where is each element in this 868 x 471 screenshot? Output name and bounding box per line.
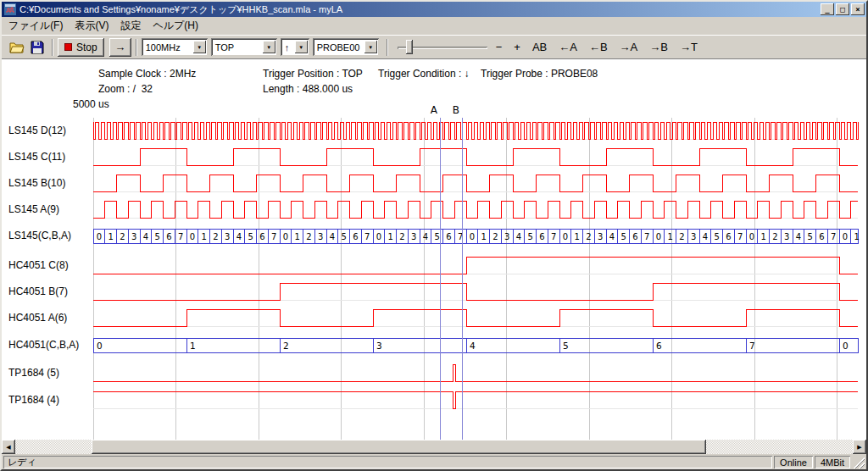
run-button[interactable]: → xyxy=(109,38,131,57)
channel-label-10[interactable]: TP1684 (4) xyxy=(8,393,59,407)
svg-text:2: 2 xyxy=(283,341,289,351)
svg-text:4: 4 xyxy=(423,232,428,241)
jump-left-b-button[interactable]: ←B xyxy=(586,39,611,55)
svg-text:1: 1 xyxy=(854,232,859,241)
toolbar-separator xyxy=(387,39,388,56)
svg-text:1: 1 xyxy=(481,232,486,241)
svg-text:2: 2 xyxy=(586,232,591,241)
titlebar[interactable]: C:¥Documents and Settings¥noname¥デスクトップ¥… xyxy=(2,2,866,17)
floppy-disk-icon xyxy=(31,41,44,54)
waveform-display[interactable]: 0123456701234567012345670123456701234567… xyxy=(2,59,866,440)
horizontal-scrollbar[interactable]: ◀ ▶ xyxy=(2,440,866,454)
trigger-edge-value: ↑ xyxy=(282,42,295,53)
svg-text:5: 5 xyxy=(527,232,532,241)
stop-label: Stop xyxy=(76,42,97,53)
svg-text:4: 4 xyxy=(609,232,615,241)
jump-right-b-button[interactable]: →B xyxy=(646,39,671,55)
marker-ab-button[interactable]: AB xyxy=(529,39,550,55)
channel-label-0[interactable]: LS145 D(12) xyxy=(8,124,66,137)
svg-text:7: 7 xyxy=(749,341,755,351)
svg-text:1: 1 xyxy=(387,232,392,241)
zoom-out-button[interactable]: − xyxy=(492,39,506,55)
channel-label-9[interactable]: TP1684 (5) xyxy=(8,366,59,380)
sample-rate-combo[interactable]: 100MHz ▼ xyxy=(142,38,208,56)
chevron-down-icon[interactable]: ▼ xyxy=(364,41,377,53)
waveform-channel-9 xyxy=(93,364,858,381)
trigger-edge-combo[interactable]: ↑ ▼ xyxy=(281,38,309,56)
svg-text:6: 6 xyxy=(166,232,171,241)
svg-text:7: 7 xyxy=(737,232,743,241)
svg-text:6: 6 xyxy=(539,232,544,241)
trigger-position-combo[interactable]: TOP ▼ xyxy=(211,38,277,56)
trigger-probe-combo[interactable]: PROBE00 ▼ xyxy=(313,38,379,56)
svg-text:5: 5 xyxy=(620,232,626,241)
svg-text:3: 3 xyxy=(318,232,323,241)
channel-label-6[interactable]: HC4051 B(7) xyxy=(8,285,68,298)
svg-text:4: 4 xyxy=(236,232,242,241)
svg-text:2: 2 xyxy=(679,232,684,241)
waveform-channel-8: 012345670 xyxy=(93,338,858,352)
status-message: レディ xyxy=(3,456,772,468)
menu-item-view[interactable]: 表示(V) xyxy=(69,17,114,35)
waveform-channel-0 xyxy=(93,122,858,139)
waveform-channel-10 xyxy=(93,391,858,408)
channel-label-3[interactable]: LS145 A(9) xyxy=(8,202,59,216)
open-folder-icon xyxy=(9,41,25,54)
svg-text:3: 3 xyxy=(784,232,789,241)
svg-text:6: 6 xyxy=(446,232,451,241)
scrollbar-track[interactable] xyxy=(15,440,853,454)
svg-text:2: 2 xyxy=(306,232,311,241)
chevron-down-icon[interactable]: ▼ xyxy=(263,41,275,53)
svg-text:B: B xyxy=(453,104,459,116)
channel-label-4[interactable]: LS145(C,B,A) xyxy=(8,229,71,242)
svg-text:7: 7 xyxy=(644,232,649,241)
svg-text:3: 3 xyxy=(504,232,509,241)
toolbar-separator xyxy=(136,39,137,56)
jump-right-a-button[interactable]: →A xyxy=(616,39,642,55)
save-file-button[interactable] xyxy=(27,37,47,58)
menu-item-settings[interactable]: 設定 xyxy=(114,17,147,35)
app-icon xyxy=(3,3,17,15)
svg-text:4: 4 xyxy=(470,341,476,351)
svg-text:0: 0 xyxy=(190,232,195,241)
marker-B[interactable]: B xyxy=(453,104,462,440)
svg-text:7: 7 xyxy=(551,232,556,241)
svg-text:3: 3 xyxy=(411,232,416,241)
svg-text:6: 6 xyxy=(819,232,824,241)
channel-label-7[interactable]: HC4051 A(6) xyxy=(8,311,67,324)
svg-text:7: 7 xyxy=(178,232,183,241)
minimize-button[interactable]: _ xyxy=(821,3,834,15)
channel-label-1[interactable]: LS145 C(11) xyxy=(8,150,65,163)
svg-text:0: 0 xyxy=(283,232,288,241)
slider-thumb[interactable] xyxy=(406,40,413,54)
svg-text:1: 1 xyxy=(190,341,196,351)
status-memory: 4MBit xyxy=(815,456,850,468)
waveform-channel-1 xyxy=(93,148,858,165)
zoom-slider[interactable] xyxy=(396,37,489,58)
waveform-channel-2 xyxy=(93,175,858,191)
scrollbar-thumb[interactable] xyxy=(92,440,706,454)
menu-item-file[interactable]: ファイル(F) xyxy=(3,17,69,35)
channel-label-5[interactable]: HC4051 C(8) xyxy=(8,258,69,272)
jump-trigger-button[interactable]: →T xyxy=(676,39,701,55)
svg-text:3: 3 xyxy=(131,232,136,241)
status-online: Online xyxy=(774,456,813,468)
menu-item-help[interactable]: ヘルプ(H) xyxy=(147,17,204,35)
svg-text:1: 1 xyxy=(294,232,299,241)
marker-A[interactable]: A xyxy=(431,104,440,440)
resize-grip[interactable] xyxy=(852,456,865,468)
chevron-down-icon[interactable]: ▼ xyxy=(295,41,308,53)
stop-button[interactable]: Stop xyxy=(58,38,104,57)
scroll-right-icon[interactable]: ▶ xyxy=(853,440,866,454)
close-button[interactable]: × xyxy=(851,3,865,15)
svg-text:1: 1 xyxy=(760,232,765,241)
jump-left-a-button[interactable]: ←A xyxy=(555,39,581,55)
channel-label-2[interactable]: LS145 B(10) xyxy=(8,176,65,190)
chevron-down-icon[interactable]: ▼ xyxy=(193,41,206,53)
scroll-left-icon[interactable]: ◀ xyxy=(2,440,15,454)
channel-label-8[interactable]: HC4051(C,B,A) xyxy=(8,338,79,352)
open-file-button[interactable] xyxy=(7,37,27,58)
svg-text:5: 5 xyxy=(248,232,253,241)
maximize-button[interactable]: □ xyxy=(836,3,849,15)
zoom-in-button[interactable]: + xyxy=(510,39,524,55)
